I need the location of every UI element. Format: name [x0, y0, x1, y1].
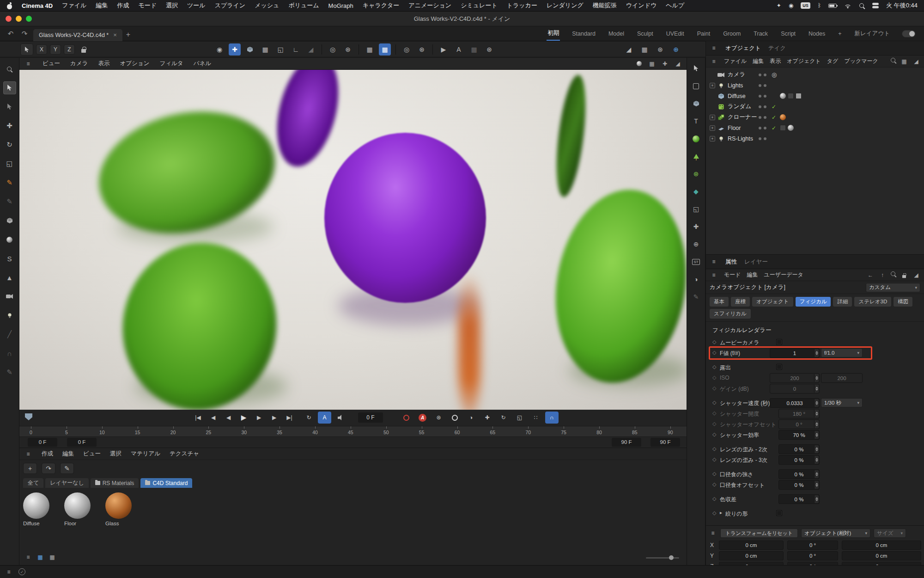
visibility-dots[interactable] — [759, 84, 766, 87]
iso-input[interactable]: 200 — [770, 373, 820, 383]
rectangle-selection-tool-icon[interactable] — [3, 100, 16, 113]
om-menu-file[interactable]: ファイル — [724, 57, 747, 65]
pointer-icon[interactable] — [690, 62, 702, 74]
sparkle-icon[interactable]: ✦ — [777, 2, 781, 9]
undo-button[interactable]: ↶ — [6, 30, 16, 38]
material-item-diffuse[interactable]: Diffuse — [23, 492, 56, 526]
layout-tab-nodes[interactable]: Nodes — [808, 28, 826, 40]
go-to-end-button[interactable]: ▶| — [283, 412, 296, 424]
section-tab-coord[interactable]: 座標 — [731, 297, 750, 307]
object-name[interactable]: カメラ — [728, 71, 745, 79]
enabled-check-icon[interactable]: ✓ — [772, 125, 776, 131]
keyframe-diamond-icon[interactable]: ◇ — [712, 350, 716, 356]
render-queue-button[interactable]: ⊛ — [654, 43, 666, 55]
landscape-icon[interactable]: ▲ — [3, 271, 16, 284]
material-tab-rs[interactable]: RS Materials — [91, 478, 139, 488]
layout-tab-standard[interactable]: Standard — [571, 28, 596, 40]
object-row-floor[interactable]: + Floor ✓ — [706, 123, 924, 133]
menu-mograph[interactable]: MoGraph — [328, 2, 353, 9]
material-menu-select[interactable]: 選択 — [110, 450, 122, 458]
menu-spline[interactable]: スプライン — [215, 1, 246, 10]
object-manager-menu-icon[interactable]: ≡ — [710, 44, 718, 52]
visibility-dots[interactable] — [759, 116, 766, 119]
material-tab-all[interactable]: 全て — [23, 478, 43, 488]
status-menu-icon[interactable]: ≡ — [5, 568, 13, 576]
section-tab-spherical[interactable]: スフィリカル — [710, 309, 751, 319]
lock-icon[interactable] — [78, 43, 90, 55]
coordinate-system-button[interactable]: ◉ — [213, 43, 225, 55]
keyframe-diamond-icon[interactable]: ◇ — [712, 421, 716, 427]
visibility-dots[interactable] — [759, 137, 766, 140]
sound-toggle-button[interactable] — [334, 412, 347, 424]
previous-key-button[interactable]: ◀ — [207, 412, 220, 424]
previous-frame-button[interactable]: ◀ — [222, 412, 235, 424]
menu-animation[interactable]: アニメーション — [408, 1, 451, 10]
camera-active-icon[interactable]: ◎ — [772, 71, 777, 78]
keyframe-snap-button[interactable]: ∩ — [545, 412, 559, 424]
visibility-dots[interactable] — [759, 127, 766, 129]
battery-icon[interactable] — [828, 4, 837, 8]
material-thumbnail[interactable] — [64, 492, 91, 519]
stage-icon[interactable]: ST — [690, 256, 702, 268]
object-name[interactable]: Diffuse — [728, 93, 746, 99]
menu-simulate[interactable]: シミュレート — [461, 1, 498, 10]
tab-attributes[interactable]: 属性 — [725, 258, 737, 266]
move-tool-icon[interactable]: ✚ — [3, 119, 16, 132]
visibility-dots[interactable] — [759, 105, 766, 108]
add-document-button[interactable]: + — [126, 31, 130, 39]
keyframe-diamond-icon[interactable]: ◇ — [712, 375, 716, 381]
apple-icon[interactable] — [6, 2, 12, 9]
keyframe-diamond-icon[interactable]: ◇ — [712, 496, 716, 502]
viewport-menu-view[interactable]: ビュー — [43, 60, 60, 68]
cube-primitive-icon[interactable] — [3, 214, 16, 227]
layout-tab-sculpt[interactable]: Sculpt — [636, 28, 654, 40]
object-row-cloner[interactable]: + クローナー ✓ — [706, 112, 924, 123]
bluetooth-icon[interactable]: ᛒ — [818, 2, 821, 9]
am-menu-mode[interactable]: モード — [724, 271, 741, 279]
material-tab-no-layer[interactable]: レイヤーなし — [45, 478, 88, 488]
lock-icon[interactable] — [900, 271, 908, 279]
brush-tool-icon[interactable]: ✎ — [3, 366, 16, 379]
keyframe-diamond-icon[interactable]: ◇ — [712, 446, 716, 452]
am-menu-edit[interactable]: 編集 — [747, 271, 758, 279]
add-layout-button[interactable]: + — [837, 28, 842, 40]
rotation-x-input[interactable]: 0 ° — [787, 541, 838, 550]
size-y-input[interactable]: 0 cm — [842, 551, 921, 560]
cube-icon[interactable] — [690, 98, 702, 110]
object-row-rs-lights[interactable]: + RS-Lights — [706, 133, 924, 144]
layout-tab-track[interactable]: Track — [753, 28, 769, 40]
render-region-button[interactable]: ◢ — [623, 43, 635, 55]
reset-transform-button[interactable]: トランスフォームをリセット — [720, 529, 798, 538]
menu-tracker[interactable]: トラッカー — [507, 1, 537, 10]
simulation-gear-icon[interactable]: ⊛ — [690, 168, 702, 180]
material-item-floor[interactable]: Floor — [64, 492, 97, 526]
redo-button[interactable]: ↷ — [19, 30, 30, 38]
om-menu-bookmarks[interactable]: ブックマーク — [844, 57, 878, 65]
position-y-input[interactable]: 0 cm — [719, 551, 784, 560]
aperture-shape-checkbox[interactable] — [776, 510, 782, 516]
object-row-random[interactable]: ランダム ✓ — [706, 101, 924, 112]
vignetting-intensity-input[interactable]: 0 % — [778, 469, 820, 479]
control-center-icon[interactable] — [872, 3, 879, 8]
position-x-input[interactable]: 0 cm — [719, 541, 784, 550]
fstop-preset-dropdown[interactable]: f/1.0▾ — [821, 348, 863, 357]
layout-lock-toggle[interactable] — [902, 30, 916, 37]
input-source-us[interactable]: US — [801, 2, 810, 9]
snap-toggle-button[interactable]: ▦ — [379, 43, 391, 55]
movie-camera-checkbox[interactable] — [776, 339, 782, 345]
material-menu-icon[interactable]: ≡ — [24, 450, 32, 458]
layout-tab-paint[interactable]: Paint — [696, 28, 711, 40]
knife-tool-icon[interactable]: ╱ — [3, 328, 16, 341]
section-tab-details[interactable]: 詳細 — [833, 297, 852, 307]
render-team-button[interactable]: ▦ — [468, 43, 480, 55]
keyframe-diamond-icon[interactable]: ◇ — [712, 410, 716, 416]
texture-mode-button[interactable]: ◱ — [274, 43, 286, 55]
spotlight-icon[interactable] — [859, 3, 865, 9]
range-end-field-2[interactable]: 90 F — [650, 438, 680, 447]
spline-primitive-icon[interactable]: S — [3, 252, 16, 265]
current-frame-field[interactable]: 0 F — [358, 412, 383, 423]
section-tab-composition[interactable]: 構図 — [894, 297, 912, 307]
keyframe-diamond-icon[interactable]: ◇ — [712, 364, 716, 370]
material-list-menu-icon[interactable]: ≡ — [24, 553, 32, 561]
active-tool-button[interactable]: ✚ — [229, 43, 241, 55]
